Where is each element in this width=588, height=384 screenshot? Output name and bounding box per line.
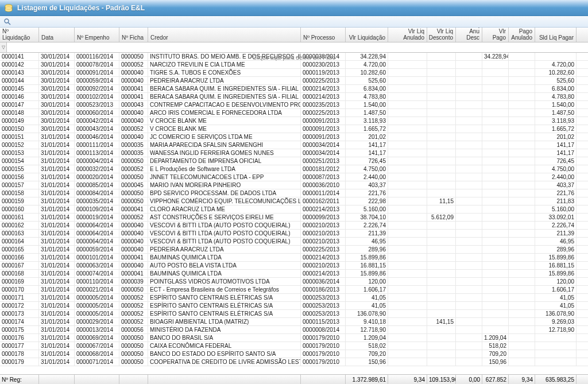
table-row[interactable]: 000017031/01/20140000021/20140000050ECT …	[0, 286, 588, 294]
column-header[interactable]: Sld Liq Pagar	[535, 28, 577, 42]
cell: 2.226,74	[535, 222, 577, 229]
cell: 0000008/2014	[301, 326, 346, 333]
cell	[509, 238, 535, 245]
table-row[interactable]: 000014230/01/20140000078/20140000052NARC…	[0, 61, 588, 69]
table-row[interactable]: 000014730/01/20140000523/20130000043CONT…	[0, 101, 588, 109]
cell: 9.269,03	[535, 318, 577, 325]
table-row[interactable]: 000016131/01/20140000019/20140000052AST …	[0, 214, 588, 222]
table-row[interactable]: 000016531/01/20140000059/20140000040PEDR…	[0, 246, 588, 254]
cell	[482, 93, 509, 100]
column-header[interactable]: Vlr Liquidação	[346, 28, 388, 42]
table-row[interactable]: 000017231/01/20140000005/20140000052ESPÍ…	[0, 302, 588, 310]
filter-row[interactable]: ▽	[0, 42, 588, 53]
table-row[interactable]: 000015831/01/20140000084/20140000050BPD …	[0, 189, 588, 197]
column-header[interactable]: Nº Empenho	[75, 28, 119, 42]
cell: 0000046/2014	[75, 133, 119, 141]
table-row[interactable]: 000017531/01/20140000013/20140000056MINI…	[0, 326, 588, 334]
cell: 31/01/2014	[39, 238, 75, 245]
cell: 0000225/2013	[301, 109, 346, 117]
cell: DEPARTAMENTO DE IMPRENSA OFICIAL	[148, 157, 301, 165]
cell	[388, 53, 427, 60]
table-row[interactable]: 000017331/01/20140000005/20140000052ESPÍ…	[0, 310, 588, 318]
cell: AUTO POSTO BELA VISTA LTDA	[148, 262, 301, 269]
table-row[interactable]: 000017431/01/20140000029/20140000052BIOA…	[0, 318, 588, 326]
table-row[interactable]: 000014130/01/20140000116/20140000050INST…	[0, 53, 588, 61]
table-row[interactable]: 000017931/01/20140000071/20140000050COOP…	[0, 358, 588, 366]
cell: 0000029/2014	[75, 318, 119, 325]
cell: 0000161	[0, 214, 39, 221]
cell	[456, 334, 482, 342]
table-row[interactable]: 000016431/01/20140000064/20140000040VESC…	[0, 238, 588, 246]
cell	[388, 93, 427, 100]
table-row[interactable]: 000015731/01/20140000085/20140000045MARI…	[0, 181, 588, 189]
table-row[interactable]: 000015431/01/20140000004/20140000050DEPA…	[0, 157, 588, 165]
column-header[interactable]: Vlr Liq Anu Desc	[456, 28, 482, 42]
cell: 0000050	[119, 334, 148, 342]
table-row[interactable]: 000015231/01/20140000111/20140000035MARI…	[0, 141, 588, 149]
table-row[interactable]: 000014530/01/20140000092/20140000041BERA…	[0, 85, 588, 93]
footer-cell: Nº Reg: 00180	[0, 375, 39, 384]
table-row[interactable]: 000014630/01/20140000102/20140000041BERA…	[0, 93, 588, 101]
cell: 0000210/2013	[301, 230, 346, 237]
cell	[482, 77, 509, 84]
cell: 0000013/2014	[75, 326, 119, 333]
table-row[interactable]: 000015131/01/20140000046/20140000040JC C…	[0, 133, 588, 141]
column-header[interactable]: Nº Ficha	[119, 28, 148, 42]
cell	[482, 141, 509, 149]
cell: 0000004/2014	[75, 157, 119, 165]
table-row[interactable]: 000015331/01/20140000113/20140000035WANE…	[0, 149, 588, 157]
table-row[interactable]: 000016031/01/20140000109/20140000041CLOR…	[0, 205, 588, 214]
cell: 141,17	[535, 149, 577, 157]
cell: 33.092,01	[535, 214, 577, 221]
table-row[interactable]: 000016931/01/20140000110/20140000039POIN…	[0, 278, 588, 286]
table-row[interactable]: 000016631/01/20140000101/20140000041BAUM…	[0, 254, 588, 262]
table-row[interactable]: 000017731/01/20140000067/20140000050CAIX…	[0, 342, 588, 350]
table-row[interactable]: 000016731/01/20140000063/20140000040AUTO…	[0, 262, 588, 270]
column-header[interactable]: Data	[39, 28, 75, 42]
cell	[388, 101, 427, 108]
column-header[interactable]: Vlr Pago Anulado	[509, 28, 535, 42]
cell	[427, 173, 456, 181]
table-row[interactable]: 000014830/01/20140000060/20140000040ARCO…	[0, 109, 588, 117]
table-row[interactable]: 000014930/01/20140000042/20140000040V CR…	[0, 117, 588, 125]
table-row[interactable]: 000014430/01/20140000059/20140000040PEDR…	[0, 77, 588, 85]
table-row[interactable]: 000016231/01/20140000064/20140000040VESC…	[0, 222, 588, 230]
column-header[interactable]: Credor	[148, 28, 301, 42]
table-row[interactable]: 000015030/01/20140000043/20140000052V CR…	[0, 125, 588, 133]
cell	[427, 246, 456, 253]
column-header[interactable]: Vlr Liq Anulado	[388, 28, 427, 42]
cell	[388, 173, 427, 181]
filter-handle-icon[interactable]: ▽	[0, 42, 7, 52]
table-row[interactable]: 000016831/01/20140000074/20140000041BAUM…	[0, 270, 588, 278]
cell	[388, 262, 427, 269]
table-row[interactable]: 000016331/01/20140000064/20140000040VESC…	[0, 230, 588, 238]
column-header[interactable]: Nº Liquidação	[0, 28, 39, 42]
table-row[interactable]: 000017831/01/20140000068/20140000050BANC…	[0, 350, 588, 358]
cell: 0000166	[0, 254, 39, 261]
cell	[456, 109, 482, 117]
table-row[interactable]: 000015931/01/20140000035/20140000050VIPP…	[0, 197, 588, 205]
column-header[interactable]: Vlr Pago	[482, 28, 509, 42]
cell: 1.209,04	[482, 334, 509, 342]
cell: 4.750,00	[346, 165, 388, 173]
table-row[interactable]: 000015531/01/20140000032/20140000052E L …	[0, 165, 588, 173]
cell: 0000162/2011	[301, 197, 346, 205]
cell	[388, 270, 427, 277]
cell: 0000040	[119, 77, 148, 84]
cell	[388, 141, 427, 149]
table-row[interactable]: 000017631/01/20140000069/20140000050BANC…	[0, 334, 588, 342]
table-row[interactable]: 000017131/01/20140000005/20140000052ESPÍ…	[0, 294, 588, 302]
column-header[interactable]: Nº Processo	[301, 28, 346, 42]
cell	[456, 141, 482, 149]
cell	[482, 69, 509, 76]
cell: 30/01/2014	[39, 125, 75, 133]
table-row[interactable]: 000014330/01/20140000091/20140000040TIGR…	[0, 69, 588, 77]
search-button[interactable]	[2, 17, 13, 26]
cell	[427, 189, 456, 197]
cell: 0000005/2014	[75, 310, 119, 317]
grid-body[interactable]: 000014130/01/20140000116/20140000050INST…	[0, 53, 588, 374]
cell: ESPÍRITO SANTO CENTRAIS ELÉTRICAS S/A	[148, 294, 301, 301]
table-row[interactable]: 000015631/01/20140000020/20140000050JNNE…	[0, 173, 588, 181]
cell	[388, 69, 427, 76]
column-header[interactable]: Vlr Liq Desconto	[427, 28, 456, 42]
